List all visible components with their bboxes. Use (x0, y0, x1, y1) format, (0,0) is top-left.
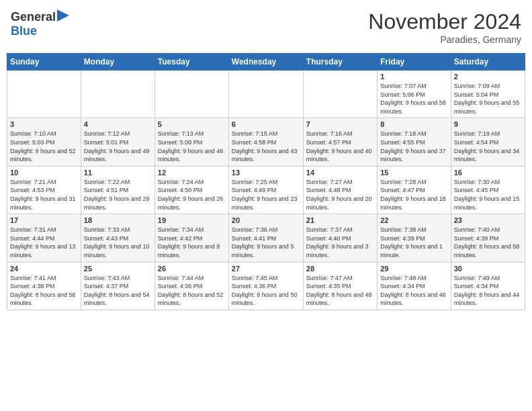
logo: General Blue (11, 9, 69, 38)
day-number: 20 (232, 216, 300, 224)
day-number: 11 (84, 169, 152, 177)
logo-icon (57, 9, 69, 24)
logo-blue-text: Blue (11, 24, 37, 38)
day-number: 5 (158, 120, 226, 128)
calendar-header-monday: Monday (81, 54, 154, 71)
day-info: Sunrise: 7:48 AM Sunset: 4:34 PM Dayligh… (380, 274, 447, 308)
calendar-header-tuesday: Tuesday (154, 54, 228, 71)
calendar-cell: 4Sunrise: 7:12 AM Sunset: 5:01 PM Daylig… (81, 118, 154, 166)
day-info: Sunrise: 7:10 AM Sunset: 5:03 PM Dayligh… (10, 130, 78, 163)
calendar-cell: 23Sunrise: 7:40 AM Sunset: 4:39 PM Dayli… (451, 214, 525, 262)
day-info: Sunrise: 7:15 AM Sunset: 4:58 PM Dayligh… (232, 130, 300, 163)
day-number: 21 (306, 216, 374, 224)
calendar-cell: 24Sunrise: 7:41 AM Sunset: 4:38 PM Dayli… (7, 262, 81, 310)
calendar-cell: 28Sunrise: 7:47 AM Sunset: 4:35 PM Dayli… (303, 262, 377, 310)
day-info: Sunrise: 7:22 AM Sunset: 4:51 PM Dayligh… (84, 178, 152, 212)
day-number: 8 (380, 120, 447, 128)
day-info: Sunrise: 7:09 AM Sunset: 5:04 PM Dayligh… (454, 82, 522, 116)
calendar-cell: 17Sunrise: 7:31 AM Sunset: 4:44 PM Dayli… (7, 214, 81, 262)
day-info: Sunrise: 7:49 AM Sunset: 4:34 PM Dayligh… (454, 274, 522, 308)
day-info: Sunrise: 7:37 AM Sunset: 4:40 PM Dayligh… (306, 226, 374, 259)
calendar-cell: 20Sunrise: 7:36 AM Sunset: 4:41 PM Dayli… (228, 214, 303, 262)
day-info: Sunrise: 7:33 AM Sunset: 4:43 PM Dayligh… (84, 226, 152, 259)
calendar-cell: 15Sunrise: 7:28 AM Sunset: 4:47 PM Dayli… (378, 166, 451, 214)
day-number: 2 (454, 73, 522, 81)
calendar-header-friday: Friday (378, 54, 451, 71)
day-number: 23 (454, 216, 522, 224)
calendar-cell: 26Sunrise: 7:44 AM Sunset: 4:36 PM Dayli… (154, 262, 228, 310)
day-number: 25 (84, 265, 152, 273)
day-number: 9 (454, 120, 522, 128)
day-info: Sunrise: 7:44 AM Sunset: 4:36 PM Dayligh… (158, 274, 226, 308)
day-info: Sunrise: 7:40 AM Sunset: 4:39 PM Dayligh… (454, 226, 522, 259)
day-number: 4 (84, 120, 152, 128)
calendar-week-row: 10Sunrise: 7:21 AM Sunset: 4:53 PM Dayli… (7, 166, 525, 214)
day-number: 22 (380, 216, 447, 224)
day-info: Sunrise: 7:36 AM Sunset: 4:41 PM Dayligh… (232, 226, 300, 259)
calendar-cell: 11Sunrise: 7:22 AM Sunset: 4:51 PM Dayli… (81, 166, 154, 214)
day-info: Sunrise: 7:31 AM Sunset: 4:44 PM Dayligh… (10, 226, 78, 259)
day-number: 29 (380, 265, 447, 273)
day-info: Sunrise: 7:24 AM Sunset: 4:50 PM Dayligh… (158, 178, 226, 212)
day-info: Sunrise: 7:19 AM Sunset: 4:54 PM Dayligh… (454, 130, 522, 163)
day-number: 13 (232, 169, 300, 177)
day-info: Sunrise: 7:30 AM Sunset: 4:45 PM Dayligh… (454, 178, 522, 212)
svg-marker-0 (57, 9, 69, 21)
day-number: 3 (10, 120, 78, 128)
calendar-cell: 25Sunrise: 7:43 AM Sunset: 4:37 PM Dayli… (81, 262, 154, 310)
day-info: Sunrise: 7:13 AM Sunset: 5:00 PM Dayligh… (158, 130, 226, 163)
day-number: 1 (380, 73, 447, 81)
calendar-cell: 30Sunrise: 7:49 AM Sunset: 4:34 PM Dayli… (451, 262, 525, 310)
day-info: Sunrise: 7:21 AM Sunset: 4:53 PM Dayligh… (10, 178, 78, 212)
calendar-header-sunday: Sunday (7, 54, 81, 71)
day-info: Sunrise: 7:43 AM Sunset: 4:37 PM Dayligh… (84, 274, 152, 308)
day-info: Sunrise: 7:16 AM Sunset: 4:57 PM Dayligh… (306, 130, 374, 163)
calendar-cell: 22Sunrise: 7:38 AM Sunset: 4:39 PM Dayli… (378, 214, 451, 262)
calendar-cell (303, 71, 377, 118)
calendar-cell: 1Sunrise: 7:07 AM Sunset: 5:06 PM Daylig… (378, 71, 451, 118)
calendar-cell: 2Sunrise: 7:09 AM Sunset: 5:04 PM Daylig… (451, 71, 525, 118)
calendar-week-row: 1Sunrise: 7:07 AM Sunset: 5:06 PM Daylig… (7, 71, 525, 118)
day-number: 14 (306, 169, 374, 177)
calendar-cell: 12Sunrise: 7:24 AM Sunset: 4:50 PM Dayli… (154, 166, 228, 214)
day-info: Sunrise: 7:25 AM Sunset: 4:49 PM Dayligh… (232, 178, 300, 212)
calendar-cell (7, 71, 81, 118)
calendar-cell: 29Sunrise: 7:48 AM Sunset: 4:34 PM Dayli… (378, 262, 451, 310)
day-number: 24 (10, 265, 78, 273)
calendar-cell: 18Sunrise: 7:33 AM Sunset: 4:43 PM Dayli… (81, 214, 154, 262)
day-info: Sunrise: 7:12 AM Sunset: 5:01 PM Dayligh… (84, 130, 152, 163)
title-section: November 2024 Paradies, Germany (368, 9, 521, 45)
calendar-cell: 10Sunrise: 7:21 AM Sunset: 4:53 PM Dayli… (7, 166, 81, 214)
day-info: Sunrise: 7:47 AM Sunset: 4:35 PM Dayligh… (306, 274, 374, 308)
location: Paradies, Germany (368, 34, 521, 45)
calendar-cell: 6Sunrise: 7:15 AM Sunset: 4:58 PM Daylig… (228, 118, 303, 166)
calendar-cell: 9Sunrise: 7:19 AM Sunset: 4:54 PM Daylig… (451, 118, 525, 166)
day-number: 10 (10, 169, 78, 177)
calendar-header-row: SundayMondayTuesdayWednesdayThursdayFrid… (7, 54, 525, 71)
page-header: General Blue November 2024 Paradies, Ger… (7, 7, 525, 48)
calendar-table: SundayMondayTuesdayWednesdayThursdayFrid… (7, 53, 525, 310)
day-number: 28 (306, 265, 374, 273)
calendar-week-row: 3Sunrise: 7:10 AM Sunset: 5:03 PM Daylig… (7, 118, 525, 166)
day-number: 27 (232, 265, 300, 273)
day-number: 16 (454, 169, 522, 177)
day-number: 17 (10, 216, 78, 224)
calendar-cell: 7Sunrise: 7:16 AM Sunset: 4:57 PM Daylig… (303, 118, 377, 166)
month-title: November 2024 (368, 9, 521, 34)
day-number: 7 (306, 120, 374, 128)
calendar-cell: 21Sunrise: 7:37 AM Sunset: 4:40 PM Dayli… (303, 214, 377, 262)
calendar-cell: 16Sunrise: 7:30 AM Sunset: 4:45 PM Dayli… (451, 166, 525, 214)
day-info: Sunrise: 7:18 AM Sunset: 4:55 PM Dayligh… (380, 130, 447, 163)
calendar-cell (228, 71, 303, 118)
logo-general-text: General (11, 10, 56, 24)
calendar-cell (154, 71, 228, 118)
day-info: Sunrise: 7:38 AM Sunset: 4:39 PM Dayligh… (380, 226, 447, 259)
calendar-cell: 27Sunrise: 7:45 AM Sunset: 4:36 PM Dayli… (228, 262, 303, 310)
day-info: Sunrise: 7:34 AM Sunset: 4:42 PM Dayligh… (158, 226, 226, 259)
day-number: 15 (380, 169, 447, 177)
day-info: Sunrise: 7:45 AM Sunset: 4:36 PM Dayligh… (232, 274, 300, 308)
day-info: Sunrise: 7:41 AM Sunset: 4:38 PM Dayligh… (10, 274, 78, 308)
day-number: 12 (158, 169, 226, 177)
day-info: Sunrise: 7:28 AM Sunset: 4:47 PM Dayligh… (380, 178, 447, 212)
day-number: 30 (454, 265, 522, 273)
